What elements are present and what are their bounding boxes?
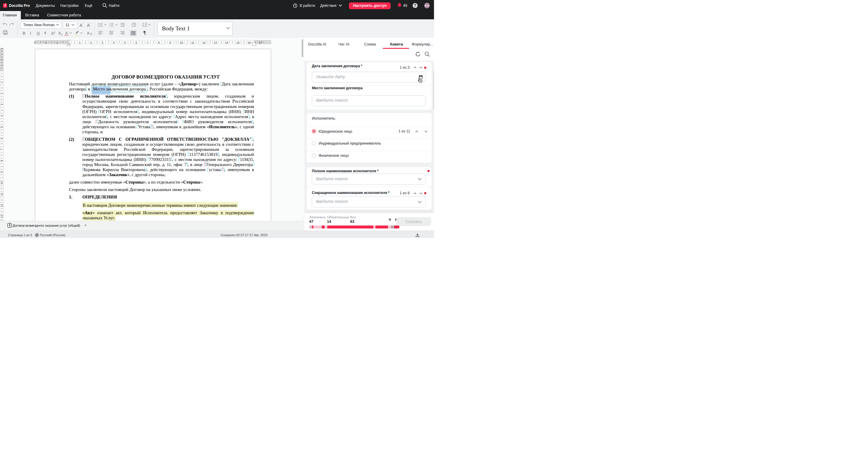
- svg-text:3: 3: [109, 26, 110, 27]
